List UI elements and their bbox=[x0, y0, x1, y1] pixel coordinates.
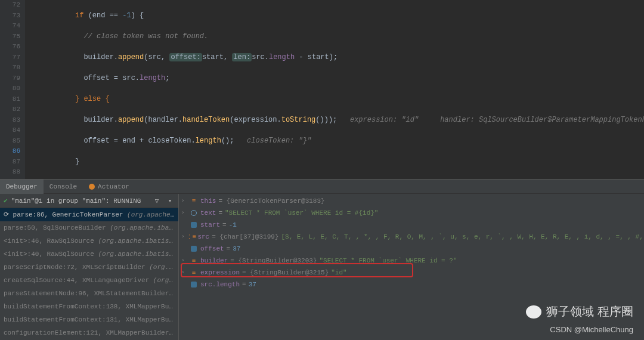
primitive-icon bbox=[190, 280, 198, 289]
tab-actuator[interactable]: Actuator bbox=[83, 180, 135, 194]
stack-frame[interactable]: parseScriptNode:72, XMLScriptBuilder (or… bbox=[0, 261, 178, 274]
frames-panel: ✔ "main"@1 in group "main": RUNNING ▽ ▾ … bbox=[0, 194, 179, 340]
stack-frame[interactable]: configurationElement:121, XMLMapperBuild… bbox=[0, 326, 178, 339]
tab-debugger[interactable]: Debugger bbox=[0, 180, 44, 194]
variable-row[interactable]: start = -1 bbox=[179, 219, 644, 231]
primitive-icon bbox=[190, 221, 198, 229]
dropdown-icon[interactable]: ▾ bbox=[165, 196, 175, 206]
stack-frame[interactable]: parseStatementNode:96, XMLStatementBuild… bbox=[0, 287, 178, 300]
stack-frame[interactable]: createSqlSource:44, XMLLanguageDriver (o… bbox=[0, 274, 178, 287]
variable-row[interactable]: ›text = "SELECT * FROM `user` WHERE id =… bbox=[179, 207, 644, 219]
stack-frame[interactable]: buildStatementFromContext:138, XMLMapper… bbox=[0, 300, 178, 313]
variable-row[interactable]: ›≡expression = {StringBuilder@3215} "id" bbox=[179, 267, 644, 279]
variable-row-highlighted[interactable]: ›≡builder = {StringBuilder@3203} "SELECT… bbox=[179, 255, 644, 267]
variable-row[interactable]: ›⋮≡src = {char[37]@3199} [S, E, L, E, C,… bbox=[179, 231, 644, 243]
frame-list[interactable]: ⟳ parse:86, GenericTokenParser (org.apac… bbox=[0, 208, 178, 340]
object-icon: ≡ bbox=[190, 268, 198, 277]
object-icon: ≡ bbox=[190, 197, 198, 205]
object-icon: ≡ bbox=[190, 256, 198, 265]
stack-frame[interactable]: parse:50, SqlSourceBuilder (org.apache.i… bbox=[0, 221, 178, 234]
filter-icon[interactable]: ▽ bbox=[152, 196, 162, 206]
chat-bubble-icon bbox=[526, 305, 541, 319]
breakpoint-line: 86 bbox=[0, 146, 20, 157]
stack-frame[interactable]: ⟳ parse:86, GenericTokenParser (org.apac… bbox=[0, 208, 178, 221]
thread-status: "main"@1 in group "main": RUNNING bbox=[11, 197, 141, 205]
code-area[interactable]: if (end == -1) { // close token was not … bbox=[25, 0, 644, 179]
check-icon: ✔ bbox=[4, 197, 8, 205]
line-gutter: 72 73 74 75 76 77 78 79 80 81 82 83 84 8… bbox=[0, 0, 25, 179]
actuator-icon bbox=[89, 184, 95, 190]
stack-frame[interactable]: <init>:46, RawSqlSource (org.apache.ibat… bbox=[0, 234, 178, 248]
code-editor[interactable]: 72 73 74 75 76 77 78 79 80 81 82 83 84 8… bbox=[0, 0, 644, 179]
variable-row[interactable]: offset = 37 bbox=[179, 243, 644, 255]
param-icon bbox=[190, 209, 198, 217]
thread-selector[interactable]: ✔ "main"@1 in group "main": RUNNING ▽ ▾ bbox=[0, 194, 178, 208]
watermark-author: CSDN @MichelleChung bbox=[550, 325, 633, 334]
watermark: 狮子领域 程序圈 bbox=[526, 304, 633, 320]
stack-frame[interactable]: <init>:40, RawSqlSource (org.apache.ibat… bbox=[0, 248, 178, 261]
variable-row[interactable]: ›≡this = {GenericTokenParser@3183} bbox=[179, 195, 644, 207]
debugger-tabs: Debugger Console Actuator bbox=[0, 180, 644, 194]
stack-frame[interactable]: buildStatementFromContext:131, XMLMapper… bbox=[0, 313, 178, 326]
primitive-icon bbox=[190, 245, 198, 253]
variable-row[interactable]: src.length = 37 bbox=[179, 279, 644, 290]
array-icon: ⋮≡ bbox=[187, 233, 195, 241]
tab-console[interactable]: Console bbox=[44, 180, 83, 194]
